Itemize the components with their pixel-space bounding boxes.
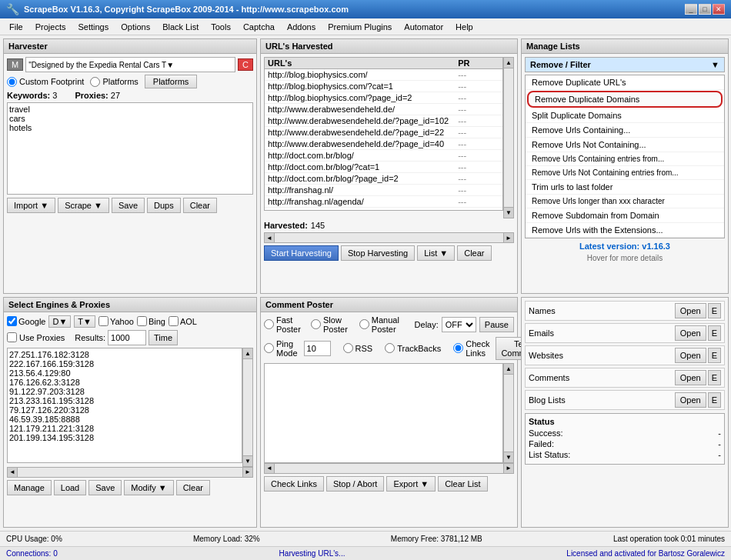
menu-premium[interactable]: Premium Plugins bbox=[322, 21, 398, 33]
dups-button[interactable]: Dups bbox=[147, 198, 181, 213]
start-harvesting-button[interactable]: Start Harvesting bbox=[264, 245, 339, 261]
ping-value-input[interactable] bbox=[304, 341, 331, 356]
names-e-button-4[interactable]: E bbox=[708, 392, 721, 408]
proxy-list[interactable]: 27.251.176.182:3128 222.167.166.159:3128… bbox=[7, 348, 242, 463]
keyword-list[interactable]: travel cars hotels bbox=[7, 102, 253, 195]
names-open-button-3[interactable]: Open bbox=[675, 370, 706, 385]
url-scrollbar[interactable]: ▲ ▼ bbox=[503, 57, 514, 218]
use-proxies-checkbox[interactable] bbox=[7, 332, 17, 342]
proxy-item: 91.122.97.203:3128 bbox=[9, 387, 240, 396]
trackbacks-option[interactable]: TrackBacks bbox=[385, 343, 441, 353]
list-button[interactable]: List ▼ bbox=[417, 245, 455, 261]
time-button[interactable]: Time bbox=[149, 330, 178, 345]
aol-checkbox-label[interactable]: AOL bbox=[169, 316, 197, 326]
urls-clear-button[interactable]: Clear bbox=[457, 245, 491, 261]
proxy-hscrollbar[interactable]: ◄ ► bbox=[7, 467, 253, 478]
proxy-save-button[interactable]: Save bbox=[88, 480, 122, 495]
menu-help[interactable]: Help bbox=[449, 21, 479, 33]
proxy-item: 213.233.161.195:3128 bbox=[9, 396, 240, 405]
menu-projects[interactable]: Projects bbox=[29, 21, 72, 33]
results-input[interactable] bbox=[108, 330, 146, 345]
names-open-button-4[interactable]: Open bbox=[675, 392, 706, 408]
menu-file[interactable]: File bbox=[3, 21, 29, 33]
url-hscrollbar[interactable]: ◄ ► bbox=[264, 232, 514, 243]
d-button[interactable]: D▼ bbox=[48, 315, 71, 328]
aol-checkbox[interactable] bbox=[169, 316, 179, 326]
manage-item-3[interactable]: Remove Urls Containing... bbox=[526, 123, 724, 138]
scrape-button[interactable]: Scrape ▼ bbox=[58, 198, 109, 213]
harvesting-status: Harvesting URL's... bbox=[279, 549, 345, 558]
manage-item-6[interactable]: Remove Urls Not Containing entries from.… bbox=[526, 166, 724, 180]
save-button[interactable]: Save bbox=[112, 198, 145, 213]
check-links-option[interactable]: Check Links bbox=[453, 339, 489, 358]
delay-select[interactable]: OFF bbox=[442, 317, 476, 332]
manage-item-4[interactable]: Remove Urls Not Containing... bbox=[526, 138, 724, 152]
menu-captcha[interactable]: Captcha bbox=[237, 21, 281, 33]
names-open-button-2[interactable]: Open bbox=[675, 348, 706, 363]
harvester-search-input[interactable] bbox=[25, 57, 235, 72]
names-item-label: Blog Lists bbox=[529, 395, 566, 405]
use-proxies-label[interactable]: Use Proxies bbox=[7, 332, 65, 342]
manage-item-0[interactable]: Remove Duplicate URL's bbox=[526, 75, 724, 90]
menu-options[interactable]: Options bbox=[115, 21, 156, 33]
export-button[interactable]: Export ▼ bbox=[386, 476, 436, 492]
custom-footprint-option[interactable]: Custom Footprint bbox=[7, 77, 84, 87]
bing-checkbox[interactable] bbox=[137, 316, 147, 326]
menu-tools[interactable]: Tools bbox=[205, 21, 237, 33]
proxy-clear-button[interactable]: Clear bbox=[176, 480, 210, 495]
t-button[interactable]: T▼ bbox=[74, 315, 95, 328]
version-info: Latest version: v1.16.3 bbox=[525, 238, 725, 254]
manage-item-1[interactable]: Remove Duplicate Domains bbox=[527, 91, 723, 108]
bing-checkbox-label[interactable]: Bing bbox=[137, 316, 165, 326]
manage-dropdown[interactable]: Remove / Filter ▼ bbox=[525, 57, 725, 72]
close-button[interactable]: ✕ bbox=[713, 4, 725, 15]
platforms-button[interactable]: Platforms bbox=[145, 75, 197, 88]
google-checkbox[interactable] bbox=[7, 316, 17, 326]
names-open-button-1[interactable]: Open bbox=[675, 325, 706, 341]
manage-item-9[interactable]: Remove Subdomain from Domain bbox=[526, 208, 724, 223]
menu-addons[interactable]: Addons bbox=[281, 21, 322, 33]
comment-textarea[interactable] bbox=[264, 363, 503, 463]
harvester-m-button[interactable]: M bbox=[7, 58, 23, 71]
proxy-item: 201.199.134.195:3128 bbox=[9, 433, 240, 442]
manage-item-8[interactable]: Remove Urls longer than xxx character bbox=[526, 195, 724, 208]
clear-list-button[interactable]: Clear List bbox=[438, 476, 487, 492]
names-e-button-3[interactable]: E bbox=[708, 370, 721, 385]
manage-item-2[interactable]: Split Duplicate Domains bbox=[526, 108, 724, 123]
rss-option[interactable]: RSS bbox=[343, 343, 373, 353]
minimize-button[interactable]: _ bbox=[685, 4, 697, 15]
manual-poster-option[interactable]: Manual Poster bbox=[359, 315, 409, 334]
import-button[interactable]: Import ▼ bbox=[7, 198, 55, 213]
names-e-button-0[interactable]: E bbox=[708, 303, 721, 318]
menu-automator[interactable]: Automator bbox=[398, 21, 449, 33]
manage-item-7[interactable]: Trim urls to last folder bbox=[526, 180, 724, 195]
yahoo-checkbox-label[interactable]: Yahoo bbox=[98, 316, 134, 326]
manage-button[interactable]: Manage bbox=[7, 480, 52, 495]
comment-scrollbar[interactable]: ▲ ▼ bbox=[503, 363, 514, 463]
manage-item-5[interactable]: Remove Urls Containing entries from... bbox=[526, 152, 724, 166]
pause-button[interactable]: Pause bbox=[479, 317, 514, 332]
ping-mode-option[interactable]: Ping Mode bbox=[264, 339, 298, 358]
menu-blacklist[interactable]: Black List bbox=[156, 21, 205, 33]
stop-harvesting-button[interactable]: Stop Harvesting bbox=[341, 245, 415, 261]
modify-button[interactable]: Modify ▼ bbox=[124, 480, 173, 495]
clear-button[interactable]: Clear bbox=[183, 198, 217, 213]
harvester-c-button[interactable]: C bbox=[238, 58, 253, 71]
manage-item-10[interactable]: Remove Urls with the Extensions... bbox=[526, 223, 724, 238]
proxy-scrollbar[interactable]: ▲ ▼ bbox=[242, 348, 253, 467]
status-bar: CPU Usage: 0% Memory Load: 32% Memory Fr… bbox=[0, 531, 731, 546]
stop-abort-button[interactable]: Stop / Abort bbox=[326, 476, 384, 492]
names-open-button-0[interactable]: Open bbox=[675, 303, 706, 318]
check-links-button[interactable]: Check Links bbox=[264, 476, 324, 492]
comment-hscrollbar[interactable]: ◄ ► bbox=[264, 463, 514, 474]
names-e-button-2[interactable]: E bbox=[708, 348, 721, 363]
fast-poster-option[interactable]: Fast Poster bbox=[264, 315, 305, 334]
google-checkbox-label[interactable]: Google bbox=[7, 316, 45, 326]
maximize-button[interactable]: □ bbox=[699, 4, 711, 15]
names-e-button-1[interactable]: E bbox=[708, 325, 721, 341]
platforms-option[interactable]: Platforms bbox=[90, 77, 138, 87]
yahoo-checkbox[interactable] bbox=[98, 316, 108, 326]
load-button[interactable]: Load bbox=[54, 480, 86, 495]
menu-settings[interactable]: Settings bbox=[72, 21, 115, 33]
slow-poster-option[interactable]: Slow Poster bbox=[311, 315, 353, 334]
